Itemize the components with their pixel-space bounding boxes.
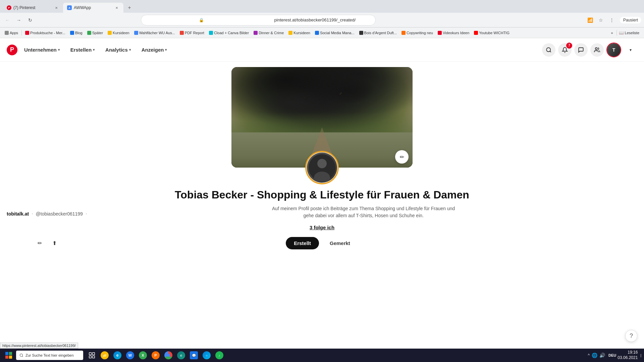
taskbar-word[interactable]: W bbox=[124, 349, 136, 361]
nav-analytics-chevron: ▾ bbox=[129, 48, 131, 52]
taskbar-clock[interactable]: 19:16 03.06.2021 bbox=[618, 350, 638, 360]
browser-menu[interactable]: ⋮ bbox=[607, 15, 616, 25]
profile-avatar-wrap bbox=[0, 151, 644, 184]
volume-icon[interactable]: 🔊 bbox=[599, 353, 605, 358]
profile-following-text[interactable]: 3 folge ich bbox=[310, 225, 334, 230]
profile-info: Tobias Becker - Shopping & Lifestyle für… bbox=[0, 184, 644, 249]
show-desktop-button[interactable]: | bbox=[640, 354, 641, 357]
nav-anzeigen[interactable]: Anzeigen ▾ bbox=[138, 44, 171, 55]
profile-avatar-button[interactable]: T bbox=[606, 43, 621, 57]
pinterest-logo[interactable]: P bbox=[7, 45, 17, 55]
taskbar-chrome[interactable] bbox=[162, 349, 174, 361]
svg-point-3 bbox=[317, 159, 327, 168]
bookmark-spaeter[interactable]: Später bbox=[85, 30, 105, 36]
cortana-icon: ○ bbox=[203, 351, 211, 359]
tab-bar: P (7) Pinterest ✕ A AWWApp ✕ + bbox=[0, 0, 644, 13]
svg-point-0 bbox=[546, 48, 550, 52]
status-url-text: https://www.pinterest.at/tobiasbecker061… bbox=[2, 344, 76, 348]
bookmark-apps[interactable]: Apps bbox=[3, 30, 20, 36]
bookmarks-more[interactable]: » bbox=[609, 30, 615, 36]
bookmark-copywriting[interactable]: Copywriting neu bbox=[399, 30, 435, 36]
bookmark-produktsuche-label: Produktsuche - Mer... bbox=[30, 31, 65, 35]
nav-unternehmen[interactable]: Unternehmen ▾ bbox=[20, 44, 64, 55]
start-button[interactable] bbox=[3, 349, 15, 361]
field-detail bbox=[231, 112, 413, 132]
taskbar-cortana[interactable]: ○ bbox=[201, 349, 213, 361]
back-button[interactable]: ← bbox=[3, 15, 12, 25]
tab-pinterest[interactable]: P (7) Pinterest ✕ bbox=[3, 3, 63, 13]
edit-profile-button[interactable]: ✏ bbox=[34, 237, 46, 249]
bookmark-youtube[interactable]: Youtube WICHTIG bbox=[472, 30, 512, 36]
address-bar[interactable]: 🔒 pinterest.at/tobiasbecker061199/_creat… bbox=[141, 15, 376, 25]
bookmark-blog[interactable]: Blog bbox=[68, 30, 85, 36]
bookmark-dinner[interactable]: Dinner & Crime bbox=[252, 30, 286, 36]
profile-actions-left: ✏ ⬆ bbox=[34, 237, 60, 249]
bookmark-produktsuche[interactable]: Produktsuche - Mer... bbox=[23, 30, 67, 36]
network-icon[interactable]: 🌐 bbox=[592, 353, 597, 358]
tab-awwapp-close[interactable]: ✕ bbox=[114, 5, 119, 10]
community-button[interactable] bbox=[590, 43, 604, 57]
refresh-button[interactable]: ↻ bbox=[25, 15, 35, 25]
bookmark-wahlfaecher-label: Wahlfächer WU Aus... bbox=[139, 31, 175, 35]
bookmark-sep-1 bbox=[21, 30, 22, 36]
url-text[interactable]: pinterest.at/tobiasbecker061199/_created… bbox=[259, 17, 371, 22]
taskbar-task-view[interactable] bbox=[86, 349, 98, 361]
bookmark-social[interactable]: Social Media Mana... bbox=[313, 30, 357, 36]
new-tab-button[interactable]: + bbox=[125, 3, 134, 12]
bookmark-videokurs[interactable]: Videokurs Ideen bbox=[436, 30, 471, 36]
reading-list[interactable]: 📖 Leseliste bbox=[616, 30, 641, 36]
search-button[interactable] bbox=[542, 43, 555, 57]
bookmark-cload-icon bbox=[209, 31, 213, 35]
bookmark-pdf[interactable]: PDF Report bbox=[178, 30, 206, 36]
nav-analytics[interactable]: Analytics ▾ bbox=[101, 44, 135, 55]
notifications-button[interactable]: 7 bbox=[558, 43, 572, 57]
taskbar-explorer[interactable]: 📁 bbox=[99, 349, 111, 361]
profile-bio-inline: Auf meinem Profil poste ich Beiträge zum… bbox=[270, 205, 458, 219]
bookmark-kursideen2-label: Kursideen bbox=[293, 31, 310, 35]
svg-rect-8 bbox=[9, 356, 12, 359]
tab-awwapp[interactable]: A AWWApp ✕ bbox=[63, 3, 123, 13]
bookmark-bois[interactable]: Bois d'Argent Duft... bbox=[357, 30, 399, 36]
bookmark-spaeter-icon bbox=[87, 31, 91, 35]
pinterest-logo-letter: P bbox=[10, 46, 14, 53]
messages-button[interactable] bbox=[574, 43, 588, 57]
nav-erstellen[interactable]: Erstellen ▾ bbox=[66, 44, 99, 55]
profile-avatar-image bbox=[307, 153, 337, 183]
taskbar-search-text: Zur Suche Text hier eingeben bbox=[25, 353, 74, 357]
tab-erstellt[interactable]: Erstellt bbox=[286, 237, 319, 249]
chevron-up-icon[interactable]: ^ bbox=[588, 353, 590, 358]
forward-button[interactable]: → bbox=[14, 15, 23, 25]
profile-label: Pausiert bbox=[623, 18, 638, 22]
avatar-svg bbox=[309, 154, 335, 181]
bookmark-star[interactable]: ☆ bbox=[596, 15, 606, 25]
taskbar-search[interactable]: Zur Suche Text hier eingeben bbox=[16, 351, 83, 360]
tab-pinterest-close[interactable]: ✕ bbox=[54, 5, 59, 10]
tab-gemerkt[interactable]: Gemerkt bbox=[322, 237, 358, 249]
taskbar-edge[interactable]: e bbox=[111, 349, 123, 361]
bookmark-dinner-label: Dinner & Crime bbox=[259, 31, 284, 35]
share-profile-button[interactable]: ⬆ bbox=[48, 237, 60, 249]
taskbar-edge2[interactable]: e bbox=[175, 349, 187, 361]
bookmark-kursideen2[interactable]: Kursideen bbox=[286, 30, 312, 36]
bookmark-cload[interactable]: Cload + Canva Bilder bbox=[207, 30, 251, 36]
tab-pinterest-label: (7) Pinterest bbox=[13, 5, 35, 10]
date-display: 03.06.2021 bbox=[618, 355, 638, 361]
bookmark-kursideen1-label: Kursideen bbox=[113, 31, 129, 35]
taskbar-spotify[interactable]: ♪ bbox=[213, 349, 225, 361]
profile-tabs-row: ✏ ⬆ Erstellt Gemerkt bbox=[7, 237, 637, 249]
cast-button[interactable]: 📶 bbox=[586, 15, 595, 25]
profile-dropdown-button[interactable]: ▾ bbox=[624, 43, 637, 57]
taskbar-feedback[interactable]: 💬 bbox=[188, 349, 200, 361]
taskbar-powerpoint[interactable]: P bbox=[150, 349, 162, 361]
pinterest-app: P Unternehmen ▾ Erstellen ▾ Analytics ▾ … bbox=[0, 38, 644, 362]
help-button[interactable]: ? bbox=[625, 330, 637, 342]
chrome-icon bbox=[164, 351, 172, 359]
ppt-icon: P bbox=[152, 351, 160, 359]
keyboard-lang[interactable]: DEU bbox=[608, 353, 616, 357]
profile-website[interactable]: tobitalk.at bbox=[7, 211, 29, 217]
bookmark-wahlfaecher[interactable]: Wahlfächer WU Aus... bbox=[132, 30, 177, 36]
browser-profile[interactable]: Pausiert bbox=[620, 17, 641, 23]
bookmark-kursideen1[interactable]: Kursideen bbox=[106, 30, 131, 36]
excel-icon: X bbox=[139, 351, 147, 359]
taskbar-excel[interactable]: X bbox=[137, 349, 149, 361]
